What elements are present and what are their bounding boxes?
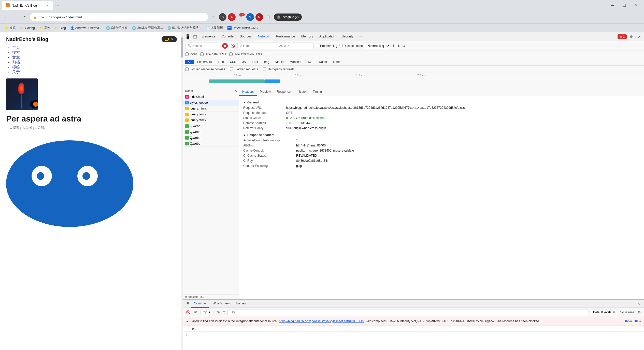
incognito-button[interactable]: 🕵 Incognito (2)	[274, 14, 302, 21]
back-button[interactable]: ←	[3, 13, 10, 21]
type-btn-img[interactable]: Img	[262, 60, 272, 64]
console-clear-icon[interactable]: 🚫	[185, 309, 191, 315]
nav-item-5[interactable]: 关于	[12, 70, 177, 74]
bookmark-item-3[interactable]: 📁 Blog	[53, 25, 68, 31]
bookmark-item-0[interactable]: ⭐ 资源	[3, 25, 18, 31]
bottom-tab-whats-new[interactable]: What's new	[210, 300, 233, 308]
nav-item-0[interactable]: 主页	[12, 45, 177, 50]
filter-box[interactable]: ▽ (.*) Aa ↺ ✕	[237, 43, 314, 49]
clear-button[interactable]: 🚫	[230, 43, 235, 49]
detail-tab-response[interactable]: Response	[274, 88, 294, 96]
request-row-2[interactable]: J jquery.min.js	[183, 106, 239, 112]
type-btn-css[interactable]: CSS	[227, 60, 239, 64]
console-eye-icon[interactable]: 👁	[193, 309, 198, 315]
minimize-button[interactable]: ─	[607, 1, 619, 9]
nav-item-3[interactable]: 归档	[12, 60, 177, 65]
bookmark-item-6[interactable]: 🌐 simviso-开源分享...	[130, 25, 165, 31]
tab-application[interactable]: Application	[316, 32, 339, 41]
error-badge[interactable]: ⚠ 1	[618, 34, 627, 39]
detail-tab-headers[interactable]: Headers	[239, 88, 257, 96]
bottom-drag-icon[interactable]: ⠿	[185, 301, 190, 306]
nav-item-4[interactable]: 标签	[12, 65, 177, 70]
request-row-4[interactable]: J jquery.fancy...	[183, 117, 239, 123]
extension-icon-3[interactable]: ⏱ 2.50	[237, 13, 245, 21]
network-download-icon[interactable]: ⬇	[397, 44, 400, 48]
bookmark-icon[interactable]: ☆	[210, 13, 217, 21]
default-levels-select[interactable]: Default levels ▼	[591, 309, 618, 315]
devtools-close-icon[interactable]: ✕	[636, 33, 643, 40]
extension-icon-2[interactable]: A	[228, 13, 236, 21]
devtools-inspect-icon[interactable]: ⬚	[191, 33, 198, 40]
restore-button[interactable]: ❐	[619, 1, 630, 9]
close-detail-header[interactable]: ✕	[232, 89, 239, 93]
scrollbar-thumb[interactable]	[181, 37, 183, 58]
type-btn-doc[interactable]: Doc	[216, 60, 226, 64]
extension-icon-4[interactable]: V	[246, 13, 254, 21]
network-settings-icon[interactable]: ⚙	[402, 44, 406, 48]
menu-button[interactable]: ⋮	[303, 13, 311, 21]
detail-tab-timing[interactable]: Timing	[310, 88, 325, 96]
blocked-requests-checkbox[interactable]: Blocked requests	[230, 68, 258, 71]
request-row-5[interactable]: I Q.webp	[183, 123, 239, 129]
devtools-device-icon[interactable]: 📱	[184, 33, 191, 40]
extension-icon-1[interactable]: 🛡	[219, 13, 226, 21]
disable-cache-checkbox[interactable]: Disable cache	[339, 44, 363, 48]
tab-security[interactable]: Security	[338, 32, 356, 41]
tab-close-button[interactable]: ✕	[45, 3, 49, 8]
bottom-close-button[interactable]: ✕	[636, 301, 642, 307]
blocked-cookies-checkbox[interactable]: Blocked response cookies	[185, 68, 225, 71]
bookmark-item-9[interactable]: W Detect which CMS...	[225, 25, 262, 31]
type-btn-all[interactable]: All	[185, 60, 194, 64]
extension-icon-6[interactable]: 📋	[265, 13, 272, 21]
error-expand-row[interactable]: ▶	[183, 326, 644, 331]
throttle-select[interactable]: No throttling	[365, 43, 390, 49]
bookmark-item-4[interactable]: 👤 Andrew Huberma...	[68, 25, 104, 31]
request-row-3[interactable]: J jquery.fancy...	[183, 112, 239, 117]
dark-mode-toggle[interactable]: 🌙 ☀	[162, 36, 177, 42]
preserve-log-checkbox[interactable]: Preserve log	[316, 44, 337, 48]
type-btn-font[interactable]: Font	[249, 60, 261, 64]
type-btn-js[interactable]: JS	[240, 60, 248, 64]
console-eye2-icon[interactable]: 👁	[216, 309, 221, 315]
search-box[interactable]: 🔍	[185, 43, 220, 49]
type-btn-wasm[interactable]: Wasm	[316, 60, 330, 64]
request-row-1[interactable]: C stylesheet.ee...	[183, 100, 239, 106]
type-btn-fetch[interactable]: Fetch/XHR	[195, 60, 215, 64]
tab-more[interactable]: >>	[356, 32, 364, 41]
close-button[interactable]: ✕	[630, 1, 642, 9]
request-row-7[interactable]: I Q.webp	[183, 135, 239, 141]
hide-data-urls-checkbox[interactable]: Hide data URLs	[200, 52, 226, 56]
type-btn-media[interactable]: Media	[273, 60, 286, 64]
website-scrollbar[interactable]	[181, 32, 183, 350]
tab-performance[interactable]: Performance	[273, 32, 298, 41]
bookmark-item-8[interactable]: 📄 木及简历	[204, 25, 225, 31]
reload-button[interactable]: ↻	[21, 13, 28, 21]
type-btn-other[interactable]: Other	[331, 60, 343, 64]
tab-console[interactable]: Console	[218, 32, 237, 41]
nav-item-2[interactable]: 文章	[12, 55, 177, 60]
filter-input[interactable]	[243, 44, 274, 48]
bottom-tab-console[interactable]: Console	[191, 300, 209, 308]
network-upload-icon[interactable]: ⬆	[392, 44, 395, 48]
search-input[interactable]	[192, 44, 218, 48]
bookmark-item-2[interactable]: 📁 工作	[37, 25, 52, 31]
address-input[interactable]: 🔒 File E:/Blog/public/index.html	[30, 13, 208, 21]
third-party-checkbox[interactable]: Third-party requests	[263, 68, 294, 71]
request-row-6[interactable]: I Q.webp	[183, 129, 239, 135]
detail-tab-initiator[interactable]: Initiator	[294, 88, 310, 96]
hide-extension-urls-checkbox[interactable]: Hide extension URLs	[229, 52, 262, 56]
console-input[interactable]	[189, 333, 641, 336]
type-btn-manifest[interactable]: Manifest	[287, 60, 304, 64]
error-link[interactable]: https://blog.nadirecho.top/assets/css/st…	[279, 319, 364, 323]
active-tab[interactable]: NadirEcho's Blog ✕	[2, 1, 53, 10]
bookmark-item-5[interactable]: 🌐 CS自学指南	[104, 25, 130, 31]
console-filter-input[interactable]	[227, 309, 589, 315]
site-title-link[interactable]: NadirEcho's Blog	[6, 36, 48, 42]
forward-button[interactable]: →	[12, 13, 19, 21]
devtools-settings-icon[interactable]: ⚙	[628, 33, 635, 40]
bottom-tab-issues[interactable]: Issues	[233, 300, 249, 308]
tab-network[interactable]: Network	[255, 32, 273, 41]
nav-item-1[interactable]: 搜索	[12, 50, 177, 55]
tab-sources[interactable]: Sources	[237, 32, 255, 41]
bookmark-item-7[interactable]: 🌐 01. 数据结构与算法...	[165, 25, 203, 31]
